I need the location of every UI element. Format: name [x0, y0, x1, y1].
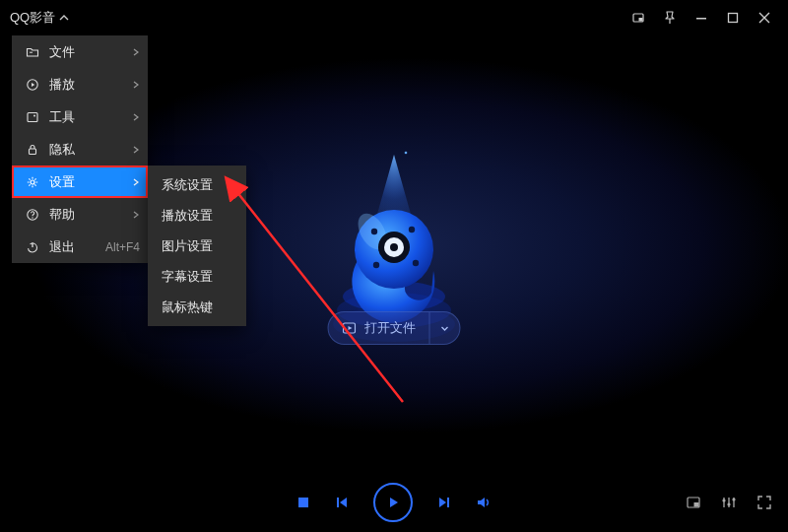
minimize-button[interactable]: [688, 4, 715, 32]
svg-point-16: [409, 227, 415, 233]
svg-point-32: [31, 180, 34, 184]
settings-submenu: 系统设置 播放设置 图片设置 字幕设置 鼠标热键: [148, 166, 246, 326]
menu-item-label: 工具: [49, 108, 132, 126]
chevron-right-icon: [132, 178, 140, 186]
chevron-right-icon: [132, 48, 140, 56]
volume-button[interactable]: [476, 495, 492, 510]
svg-point-27: [732, 498, 735, 500]
pin-button[interactable]: [656, 4, 684, 32]
close-button[interactable]: [751, 4, 778, 32]
settings-equalizer-button[interactable]: [721, 495, 737, 510]
play-file-icon: [343, 321, 357, 335]
app-logo-icon: [325, 149, 463, 425]
menu-item-label: 播放: [49, 76, 132, 94]
svg-point-34: [32, 217, 33, 218]
menu-item-label: 退出: [49, 238, 105, 256]
svg-rect-24: [694, 502, 699, 507]
chevron-right-icon: [132, 81, 140, 89]
submenu-item-image[interactable]: 图片设置: [148, 231, 246, 261]
control-bar: [0, 473, 788, 532]
snapshot-button[interactable]: [686, 495, 701, 510]
tools-icon: [24, 110, 41, 124]
submenu-item-label: 鼠标热键: [162, 299, 213, 316]
main-menu: 文件 播放 工具 隐私 设置 帮助 退出: [12, 35, 148, 263]
svg-point-6: [405, 152, 408, 155]
submenu-item-subtitle[interactable]: 字幕设置: [148, 261, 246, 292]
menu-item-help[interactable]: 帮助: [12, 198, 148, 231]
next-button[interactable]: [436, 495, 452, 510]
svg-point-25: [722, 499, 725, 501]
menu-item-privacy[interactable]: 隐私: [12, 133, 148, 166]
open-file-group: 打开文件: [328, 311, 461, 345]
help-icon: [24, 208, 41, 222]
menu-item-settings[interactable]: 设置: [12, 166, 148, 198]
chevron-right-icon: [132, 146, 140, 154]
menu-item-label: 文件: [49, 43, 132, 61]
svg-rect-21: [337, 498, 339, 507]
svg-point-26: [727, 502, 730, 505]
submenu-item-hotkey[interactable]: 鼠标热键: [148, 292, 246, 322]
menu-item-play[interactable]: 播放: [12, 68, 148, 100]
app-menu-toggle[interactable]: QQ影音: [10, 9, 69, 27]
menu-item-label: 设置: [49, 173, 132, 191]
svg-point-30: [33, 114, 35, 116]
svg-point-17: [413, 260, 419, 266]
menu-item-label: 帮助: [49, 206, 132, 224]
svg-rect-22: [447, 498, 449, 507]
menu-shortcut: Alt+F4: [105, 240, 140, 254]
menu-item-tools[interactable]: 工具: [12, 100, 148, 133]
svg-rect-2: [696, 18, 706, 20]
folder-icon: [24, 45, 41, 59]
svg-rect-31: [30, 149, 36, 155]
gear-icon: [24, 175, 41, 189]
maximize-button[interactable]: [719, 4, 747, 32]
play-button[interactable]: [373, 483, 413, 522]
playback-controls: [296, 483, 492, 522]
menu-item-file[interactable]: 文件: [12, 35, 148, 68]
chevron-right-icon: [132, 211, 140, 219]
submenu-item-playback[interactable]: 播放设置: [148, 200, 246, 231]
power-icon: [24, 240, 41, 254]
svg-rect-29: [28, 112, 37, 121]
play-circle-icon: [24, 78, 41, 92]
mini-mode-button[interactable]: [624, 4, 652, 32]
menu-item-label: 隐私: [49, 141, 132, 159]
svg-rect-20: [298, 498, 308, 507]
app-title: QQ影音: [10, 9, 55, 27]
svg-point-15: [373, 262, 379, 268]
submenu-item-label: 系统设置: [162, 176, 213, 194]
submenu-item-label: 字幕设置: [162, 268, 213, 286]
lock-icon: [24, 143, 41, 157]
chevron-right-icon: [132, 113, 140, 121]
submenu-item-system[interactable]: 系统设置: [148, 169, 246, 200]
prev-button[interactable]: [334, 495, 350, 510]
svg-rect-1: [639, 18, 643, 22]
submenu-item-label: 播放设置: [162, 207, 213, 225]
svg-rect-3: [729, 14, 738, 23]
open-file-label: 打开文件: [364, 319, 416, 337]
aux-controls: [686, 495, 772, 510]
submenu-item-label: 图片设置: [162, 237, 213, 255]
stop-button[interactable]: [296, 496, 310, 509]
svg-point-14: [390, 243, 398, 251]
open-file-button[interactable]: 打开文件: [329, 312, 429, 344]
menu-item-exit[interactable]: 退出 Alt+F4: [12, 231, 148, 263]
play-ring-icon: [373, 483, 413, 522]
fullscreen-button[interactable]: [756, 495, 772, 510]
window-controls: [624, 4, 778, 32]
open-file-dropdown[interactable]: [429, 312, 460, 344]
svg-point-18: [371, 229, 377, 234]
chevron-up-icon: [59, 13, 69, 23]
titlebar: QQ影音: [0, 0, 788, 35]
